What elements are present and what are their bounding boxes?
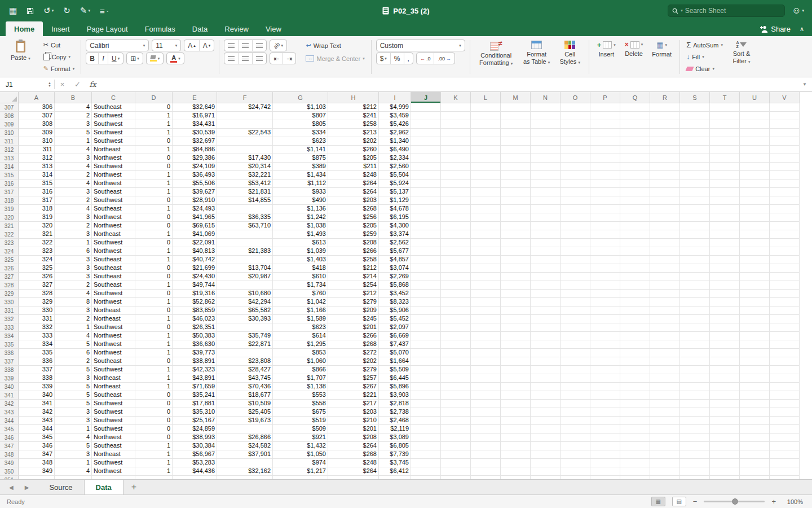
cell-T346[interactable]: [710, 433, 740, 442]
cell-I309[interactable]: $5,426: [379, 120, 411, 129]
cell-B336[interactable]: 6: [55, 349, 92, 357]
bold-button[interactable]: B: [86, 53, 99, 64]
cell-U347[interactable]: [740, 442, 770, 450]
cell-R310[interactable]: [650, 129, 680, 137]
cell-S348[interactable]: [680, 450, 710, 459]
cell-O350[interactable]: [561, 467, 590, 476]
cell-T308[interactable]: [710, 112, 740, 120]
cell-J339[interactable]: [411, 374, 441, 383]
zoom-in-button[interactable]: +: [771, 497, 776, 506]
cell-K339[interactable]: [441, 374, 471, 383]
cell-A321[interactable]: 320: [19, 222, 55, 230]
zoom-out-button[interactable]: −: [693, 497, 698, 506]
cell-B320[interactable]: 3: [55, 213, 92, 222]
cell-U326[interactable]: [740, 264, 770, 273]
cell-S330[interactable]: [680, 298, 710, 306]
cell-T341[interactable]: [710, 391, 740, 400]
cell-V318[interactable]: [770, 196, 800, 205]
cell-C311[interactable]: Southwest: [92, 137, 135, 146]
cell-M331[interactable]: [501, 306, 531, 315]
cell-I343[interactable]: $2,738: [379, 408, 411, 417]
cell-N333[interactable]: [531, 323, 561, 332]
cell-U334[interactable]: [740, 332, 770, 340]
cell-F326[interactable]: $13,704: [217, 264, 273, 273]
cell-H338[interactable]: $279: [328, 366, 379, 374]
cell-T311[interactable]: [710, 137, 740, 146]
cell-I312[interactable]: $6,490: [379, 146, 411, 154]
cell-U328[interactable]: [740, 281, 770, 290]
cell-F332[interactable]: $30,393: [217, 315, 273, 323]
cell-F327[interactable]: $20,987: [217, 273, 273, 281]
cell-N321[interactable]: [531, 222, 561, 230]
cell-M309[interactable]: [501, 120, 531, 129]
cell-A313[interactable]: 312: [19, 154, 55, 163]
column-header-Q[interactable]: Q: [620, 92, 650, 103]
cell-P318[interactable]: [590, 196, 620, 205]
column-header-M[interactable]: M: [501, 92, 531, 103]
cell-H350[interactable]: $264: [328, 467, 379, 476]
row-header-342[interactable]: 342: [0, 400, 19, 408]
cell-R330[interactable]: [650, 298, 680, 306]
cell-I315[interactable]: $5,504: [379, 171, 411, 179]
cell-N309[interactable]: [531, 120, 561, 129]
cell-H351[interactable]: [328, 476, 379, 479]
cell-J312[interactable]: [411, 146, 441, 154]
cell-L327[interactable]: [471, 273, 501, 281]
cell-S312[interactable]: [680, 146, 710, 154]
cell-I345[interactable]: $2,119: [379, 425, 411, 433]
cell-L321[interactable]: [471, 222, 501, 230]
cell-U307[interactable]: [740, 103, 770, 112]
cell-L332[interactable]: [471, 315, 501, 323]
cell-O327[interactable]: [561, 273, 590, 281]
cell-C319[interactable]: Southeast: [92, 205, 135, 213]
cell-S318[interactable]: [680, 196, 710, 205]
cell-G310[interactable]: $334: [273, 129, 328, 137]
cell-N347[interactable]: [531, 442, 561, 450]
cell-Q309[interactable]: [620, 120, 650, 129]
cell-D310[interactable]: 1: [135, 129, 173, 137]
cell-E342[interactable]: $17,881: [173, 400, 217, 408]
cell-U317[interactable]: [740, 188, 770, 196]
cell-V313[interactable]: [770, 154, 800, 163]
cell-I313[interactable]: $2,334: [379, 154, 411, 163]
cell-N348[interactable]: [531, 450, 561, 459]
cell-E339[interactable]: $43,891: [173, 374, 217, 383]
row-header-308[interactable]: 308: [0, 112, 19, 120]
cell-K349[interactable]: [441, 459, 471, 467]
cell-D332[interactable]: 1: [135, 315, 173, 323]
cell-Q324[interactable]: [620, 247, 650, 256]
cell-Q335[interactable]: [620, 340, 650, 349]
cell-V320[interactable]: [770, 213, 800, 222]
cell-L350[interactable]: [471, 467, 501, 476]
cell-D315[interactable]: 1: [135, 171, 173, 179]
cell-L337[interactable]: [471, 357, 501, 366]
cell-G329[interactable]: $760: [273, 290, 328, 298]
cell-J326[interactable]: [411, 264, 441, 273]
row-header-320[interactable]: 320: [0, 213, 19, 222]
cell-J349[interactable]: [411, 459, 441, 467]
cell-D335[interactable]: 1: [135, 340, 173, 349]
cell-M319[interactable]: [501, 205, 531, 213]
column-header-C[interactable]: C: [92, 92, 135, 103]
zoom-slider-thumb[interactable]: [732, 498, 738, 505]
cell-B330[interactable]: 8: [55, 298, 92, 306]
cell-E345[interactable]: $24,859: [173, 425, 217, 433]
cell-E349[interactable]: $53,283: [173, 459, 217, 467]
cell-Q311[interactable]: [620, 137, 650, 146]
cell-N340[interactable]: [531, 383, 561, 391]
cell-P323[interactable]: [590, 239, 620, 247]
cell-T332[interactable]: [710, 315, 740, 323]
cell-B321[interactable]: 2: [55, 222, 92, 230]
cell-I344[interactable]: $2,468: [379, 417, 411, 425]
cell-U351[interactable]: [740, 476, 770, 479]
cell-T312[interactable]: [710, 146, 740, 154]
cell-R338[interactable]: [650, 366, 680, 374]
cell-D349[interactable]: 1: [135, 459, 173, 467]
cell-U342[interactable]: [740, 400, 770, 408]
format-painter-button[interactable]: ✎Format▾: [42, 63, 77, 75]
increase-indent-button[interactable]: ⇥: [283, 53, 295, 64]
cell-C332[interactable]: Northeast: [92, 315, 135, 323]
cell-M332[interactable]: [501, 315, 531, 323]
cell-A340[interactable]: 339: [19, 383, 55, 391]
cell-O335[interactable]: [561, 340, 590, 349]
